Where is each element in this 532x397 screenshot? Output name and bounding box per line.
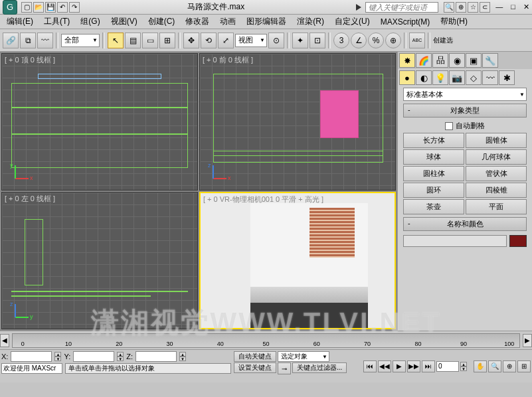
- sub-space[interactable]: 〰: [482, 70, 498, 85]
- menu-tools[interactable]: 工具(T): [39, 15, 75, 29]
- menu-animation[interactable]: 动画: [215, 15, 241, 29]
- search-input[interactable]: [365, 2, 438, 13]
- next-frame-icon[interactable]: ▶▶: [407, 360, 420, 372]
- keymode-combo[interactable]: 选定对象: [278, 351, 329, 362]
- frame-input[interactable]: [436, 361, 459, 372]
- play-icon[interactable]: [356, 4, 361, 11]
- viewport-camera[interactable]: [ + 0 VR-物理相机001 0 平滑 + 高光 ]: [199, 192, 396, 329]
- keyfilter-button[interactable]: 关键点过滤器...: [292, 362, 347, 373]
- maximize-icon[interactable]: □: [511, 3, 515, 11]
- vp-orbit-icon[interactable]: ⊕: [503, 360, 516, 372]
- scale-icon[interactable]: ⤢: [218, 33, 234, 48]
- tab-create[interactable]: ✸: [399, 53, 415, 68]
- y-input[interactable]: [73, 351, 114, 362]
- btn-pyramid[interactable]: 四棱锥: [466, 183, 527, 198]
- key-icon[interactable]: ⊸: [278, 362, 291, 374]
- new-icon[interactable]: ▢: [21, 2, 32, 13]
- sub-helpers[interactable]: ◇: [466, 70, 482, 85]
- sub-systems[interactable]: ✱: [499, 70, 515, 85]
- category-dropdown[interactable]: 标准基本体: [403, 88, 527, 101]
- manip-icon[interactable]: ✦: [292, 33, 308, 48]
- tab-display[interactable]: ▣: [466, 53, 482, 68]
- rollout-namecolor[interactable]: 名称和颜色: [403, 217, 527, 231]
- btn-tube[interactable]: 管状体: [466, 166, 527, 181]
- btn-cone[interactable]: 圆锥体: [466, 133, 527, 148]
- link-icon[interactable]: 🔗: [3, 33, 19, 48]
- open-icon[interactable]: 📂: [33, 2, 44, 13]
- menu-graph[interactable]: 图形编辑器: [241, 15, 292, 29]
- menu-maxscript[interactable]: MAXScript(M): [375, 16, 436, 28]
- menu-group[interactable]: 组(G): [75, 15, 105, 29]
- rotate-icon[interactable]: ⟲: [201, 33, 217, 48]
- unlink-icon[interactable]: ⧉: [20, 33, 36, 48]
- snap-angle-icon[interactable]: ∠: [351, 33, 367, 48]
- play-anim-icon[interactable]: ▶: [393, 360, 406, 372]
- tab-modify[interactable]: 🌈: [416, 53, 432, 68]
- menu-help[interactable]: 帮助(H): [435, 15, 473, 29]
- snap-3-icon[interactable]: 3: [333, 33, 349, 48]
- move-icon[interactable]: ✥: [183, 33, 199, 48]
- vp-max-icon[interactable]: ⊞: [517, 360, 531, 372]
- btn-cylinder[interactable]: 圆柱体: [403, 166, 464, 181]
- goto-start-icon[interactable]: ⏮: [363, 360, 377, 372]
- object-name-input[interactable]: [403, 235, 507, 247]
- selection-filter[interactable]: 全部: [61, 34, 100, 47]
- timeline-left[interactable]: ◀: [0, 334, 9, 347]
- x-input[interactable]: [11, 351, 52, 362]
- portal-icon[interactable]: ⊕: [456, 2, 466, 13]
- btn-geosphere[interactable]: 几何球体: [466, 149, 527, 165]
- select-name-icon[interactable]: ▤: [125, 33, 141, 48]
- snap-spinner-icon[interactable]: ⊕: [385, 33, 401, 48]
- snap-percent-icon[interactable]: %: [368, 33, 384, 48]
- keymode-icon[interactable]: ⊡: [310, 33, 325, 48]
- btn-sphere[interactable]: 球体: [403, 149, 464, 165]
- tab-motion[interactable]: ◉: [449, 53, 465, 68]
- pivot-icon[interactable]: ⊙: [268, 33, 284, 48]
- tab-utilities[interactable]: 🔧: [482, 53, 498, 68]
- sub-lights[interactable]: 💡: [432, 70, 448, 85]
- time-ruler[interactable]: 0 10 20 30 40 50 60 70 80 90 100: [12, 333, 520, 348]
- menu-views[interactable]: 视图(V): [106, 15, 143, 29]
- goto-end-icon[interactable]: ⏭: [422, 360, 435, 372]
- vp-zoom-icon[interactable]: 🔍: [488, 360, 501, 372]
- autokey-button[interactable]: 自动关键点: [234, 351, 276, 362]
- viewport-top[interactable]: [ + 0 顶 0 线框 ] xy: [1, 53, 198, 191]
- help-icon[interactable]: ☆: [468, 2, 478, 13]
- bind-icon[interactable]: 〰: [37, 33, 53, 48]
- coord-system[interactable]: 视图: [235, 34, 267, 47]
- setkey-button[interactable]: 设置关键点: [234, 362, 276, 373]
- info-icon[interactable]: ⊂: [480, 2, 490, 13]
- vp-pan-icon[interactable]: ✋: [474, 360, 487, 372]
- btn-torus[interactable]: 圆环: [403, 183, 464, 198]
- rollout-objecttype[interactable]: 对象类型: [403, 104, 527, 118]
- sub-cameras[interactable]: 📷: [449, 70, 465, 85]
- menu-customize[interactable]: 自定义(U): [329, 15, 375, 29]
- menu-edit[interactable]: 编辑(E): [1, 15, 39, 29]
- viewport-left[interactable]: [ + 0 左 0 线框 ] yz: [1, 192, 198, 329]
- viewport-front[interactable]: [ + 0 前 0 线框 ] xz: [199, 53, 396, 191]
- close-icon[interactable]: ✕: [523, 3, 529, 11]
- select-rect-icon[interactable]: ▭: [142, 33, 158, 48]
- color-swatch[interactable]: [509, 235, 527, 247]
- timeline-right[interactable]: ▶: [523, 334, 532, 347]
- z-input[interactable]: [135, 351, 177, 362]
- btn-plane[interactable]: 平面: [466, 199, 527, 214]
- btn-box[interactable]: 长方体: [403, 133, 464, 148]
- prev-frame-icon[interactable]: ◀◀: [378, 360, 391, 372]
- sub-geometry[interactable]: ●: [399, 70, 415, 85]
- menu-rendering[interactable]: 渲染(R): [292, 15, 329, 29]
- sub-shapes[interactable]: ◐: [416, 70, 432, 85]
- redo-icon[interactable]: ↷: [69, 2, 80, 13]
- minimize-icon[interactable]: —: [495, 3, 503, 11]
- btn-teapot[interactable]: 茶壶: [403, 199, 464, 214]
- menu-create[interactable]: 创建(C): [143, 15, 181, 29]
- select-window-icon[interactable]: ⊞: [159, 33, 175, 48]
- tab-hierarchy[interactable]: 品: [432, 53, 448, 68]
- autogrid-checkbox[interactable]: [445, 122, 453, 130]
- script-listener[interactable]: 欢迎使用 MAXScr: [1, 363, 62, 374]
- undo-icon[interactable]: ↶: [57, 2, 68, 13]
- save-icon[interactable]: 💾: [45, 2, 56, 13]
- select-cursor-icon[interactable]: ↖: [108, 33, 124, 48]
- binoculars-icon[interactable]: 🔍: [444, 2, 454, 13]
- menu-modifiers[interactable]: 修改器: [180, 15, 215, 29]
